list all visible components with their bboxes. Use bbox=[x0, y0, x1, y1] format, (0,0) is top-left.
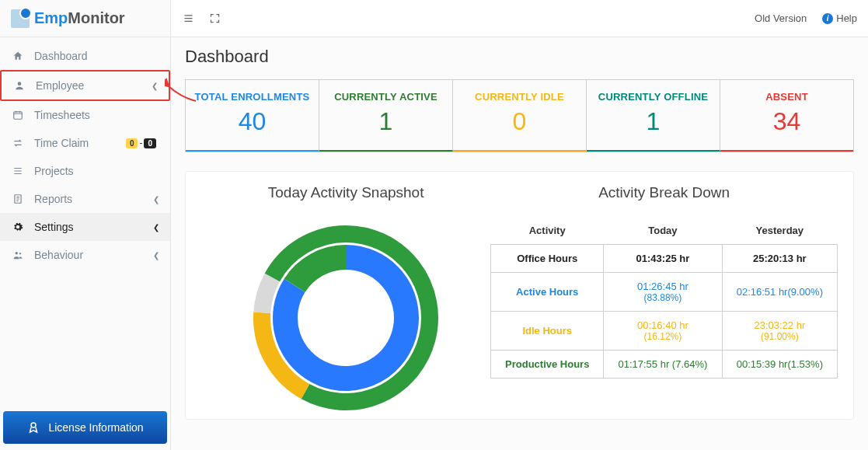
table-row: Active Hours 01:26:45 hr(83.88%) 02:16:5… bbox=[491, 273, 838, 312]
sidebar-item-timesheets[interactable]: Timesheets bbox=[0, 101, 170, 129]
sidebar-item-label: Behaviour bbox=[34, 249, 83, 261]
table-row: Idle Hours 00:16:40 hr(16.12%) 23:03:22 … bbox=[491, 312, 838, 351]
sidebar-item-label: Time Claim bbox=[34, 137, 89, 149]
kpi-value: 0 bbox=[458, 107, 581, 136]
help-link[interactable]: i Help bbox=[822, 12, 857, 24]
page-title: Dashboard bbox=[185, 47, 854, 67]
table-row: Productive Hours 01:17:55 hr (7.64%) 00:… bbox=[491, 351, 838, 378]
license-button-label: License Information bbox=[48, 421, 143, 434]
sidebar-item-label: Projects bbox=[34, 165, 74, 177]
badge-pending: 0 bbox=[126, 138, 138, 148]
kpi-value: 40 bbox=[190, 107, 314, 136]
chevron-left-icon: ❮ bbox=[153, 223, 159, 232]
brand-logo[interactable]: EmpMonitor bbox=[0, 0, 170, 37]
info-icon: i bbox=[822, 13, 833, 24]
svg-point-2 bbox=[16, 252, 19, 255]
menu-toggle-icon[interactable] bbox=[182, 12, 194, 25]
sidebar-item-label: Settings bbox=[34, 221, 74, 233]
kpi-currently-idle[interactable]: CURRENTLY IDLE 0 bbox=[453, 80, 587, 152]
panel-title: Activity Break Down bbox=[490, 184, 838, 201]
col-today: Today bbox=[604, 217, 723, 245]
kpi-value: 1 bbox=[324, 107, 448, 136]
kpi-total-enrollments[interactable]: TOTAL ENROLLMENTS 40 bbox=[186, 80, 319, 152]
kpi-absent[interactable]: ABSENT 34 bbox=[720, 80, 853, 152]
gear-icon bbox=[11, 222, 25, 232]
chevron-left-icon: ❮ bbox=[153, 195, 159, 204]
kpi-currently-active[interactable]: CURRENTLY ACTIVE 1 bbox=[319, 80, 453, 152]
svg-point-4 bbox=[31, 423, 36, 427]
sidebar-item-behaviour[interactable]: Behaviour ❮ bbox=[0, 241, 170, 269]
sidebar-item-label: Dashboard bbox=[34, 50, 88, 62]
badge-icon bbox=[26, 420, 40, 434]
breakdown-table: Activity Today Yesterday Office Hours 01… bbox=[490, 217, 838, 378]
sidebar: EmpMonitor Dashboard Employee ❮ T bbox=[0, 0, 171, 450]
fullscreen-icon[interactable] bbox=[208, 12, 221, 25]
table-row: Office Hours 01:43:25 hr 25:20:13 hr bbox=[491, 245, 838, 273]
calendar-icon bbox=[11, 110, 25, 120]
list-icon bbox=[11, 166, 25, 176]
sidebar-item-time-claim[interactable]: Time Claim 0 - 0 bbox=[0, 129, 170, 157]
kpi-value: 34 bbox=[725, 107, 849, 136]
chevron-left-icon: ❮ bbox=[153, 251, 159, 260]
svg-rect-0 bbox=[14, 112, 23, 119]
panel-activity-snapshot: Today Activity Snapshot bbox=[201, 184, 490, 419]
col-activity: Activity bbox=[491, 217, 604, 245]
logo-icon bbox=[11, 9, 30, 28]
time-claim-badges: 0 - 0 bbox=[126, 138, 156, 148]
sidebar-item-label: Timesheets bbox=[34, 109, 90, 121]
chevron-left-icon: ❮ bbox=[152, 82, 158, 90]
badge-approved: 0 bbox=[144, 138, 156, 148]
kpi-title: TOTAL ENROLLMENTS bbox=[190, 91, 314, 103]
kpi-value: 1 bbox=[591, 107, 715, 136]
document-icon bbox=[11, 194, 25, 204]
home-icon bbox=[11, 51, 25, 61]
panel-activity-breakdown: Activity Break Down Activity Today Yeste… bbox=[490, 184, 838, 419]
kpi-title: CURRENTLY OFFLINE bbox=[591, 91, 715, 103]
sidebar-item-settings[interactable]: Settings ❮ bbox=[0, 213, 170, 241]
donut-chart bbox=[245, 217, 447, 419]
kpi-title: CURRENTLY IDLE bbox=[458, 91, 581, 103]
kpi-currently-offline[interactable]: CURRENTLY OFFLINE 1 bbox=[587, 80, 720, 152]
sidebar-item-label: Employee bbox=[36, 79, 84, 92]
license-information-button[interactable]: License Information bbox=[3, 411, 167, 444]
kpi-title: CURRENTLY ACTIVE bbox=[324, 91, 448, 103]
user-icon bbox=[12, 80, 26, 91]
sidebar-item-reports[interactable]: Reports ❮ bbox=[0, 185, 170, 213]
old-version-link[interactable]: Old Version bbox=[755, 12, 807, 24]
svg-point-3 bbox=[19, 253, 21, 254]
panel-title: Today Activity Snapshot bbox=[201, 184, 490, 201]
sidebar-item-employee[interactable]: Employee ❮ bbox=[0, 70, 170, 101]
swap-icon bbox=[11, 138, 25, 148]
brand-text: EmpMonitor bbox=[34, 9, 125, 27]
main-content: Old Version i Help Dashboard TOTAL ENROL… bbox=[171, 0, 868, 450]
topbar: Old Version i Help bbox=[171, 0, 868, 37]
sidebar-item-projects[interactable]: Projects bbox=[0, 157, 170, 185]
kpi-title: ABSENT bbox=[725, 91, 849, 103]
users-icon bbox=[11, 249, 25, 260]
kpi-row: TOTAL ENROLLMENTS 40 CURRENTLY ACTIVE 1 … bbox=[185, 79, 854, 152]
sidebar-item-dashboard[interactable]: Dashboard bbox=[0, 42, 170, 70]
sidebar-item-label: Reports bbox=[34, 193, 72, 205]
sidebar-nav: Dashboard Employee ❮ Timesheets Time bbox=[0, 37, 170, 269]
col-yesterday: Yesterday bbox=[722, 217, 837, 245]
